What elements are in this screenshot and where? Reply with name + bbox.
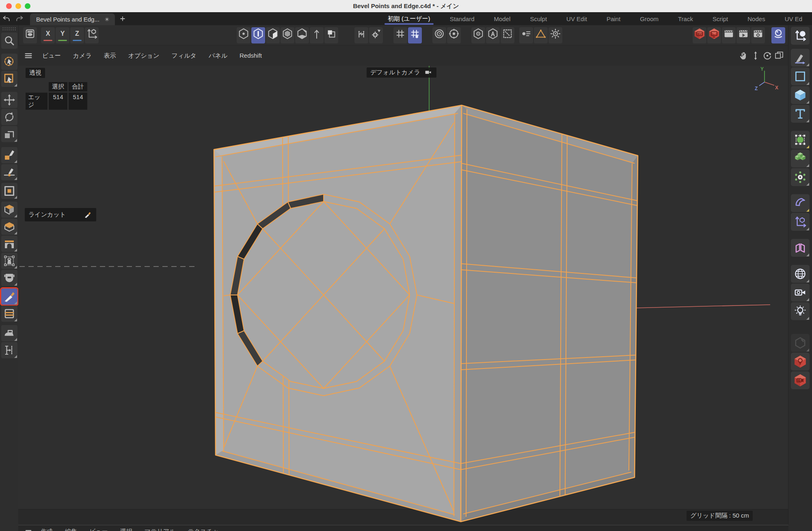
bevel-cube-mesh[interactable] bbox=[214, 105, 638, 522]
render-settings-button[interactable] bbox=[751, 27, 765, 43]
isolate-eye-button[interactable] bbox=[471, 27, 485, 43]
bottom-menu-material[interactable]: マテリアル bbox=[138, 528, 182, 531]
workplane-mode-button[interactable] bbox=[324, 27, 338, 43]
symmetry-button[interactable] bbox=[432, 27, 446, 43]
edge-cut-tool-button[interactable] bbox=[1, 342, 17, 358]
modeling-settings-button[interactable] bbox=[549, 27, 562, 43]
layout-tab-model[interactable]: Model bbox=[484, 12, 520, 25]
text-primitive-button[interactable] bbox=[791, 105, 810, 123]
model-mode-button[interactable] bbox=[281, 27, 294, 43]
undo-button[interactable] bbox=[0, 12, 13, 25]
spline-pen-button[interactable] bbox=[791, 49, 810, 67]
object-axis-button[interactable] bbox=[310, 27, 324, 43]
inner-extrude-button[interactable] bbox=[1, 183, 17, 199]
solo-mode-button[interactable] bbox=[23, 27, 37, 43]
bevel-tool-button[interactable] bbox=[1, 219, 17, 235]
bottom-menu-select[interactable]: 選択 bbox=[114, 528, 138, 531]
polygons-mode-button[interactable] bbox=[266, 27, 280, 43]
layout-tab-startup-user[interactable]: 初期 (ユーザー) bbox=[378, 12, 440, 25]
edge-pen-button[interactable] bbox=[1, 164, 17, 180]
sky-object-button[interactable] bbox=[791, 265, 810, 283]
weld-tool-button[interactable] bbox=[1, 270, 17, 286]
cube-primitive-button[interactable] bbox=[791, 86, 810, 104]
quantize-button[interactable] bbox=[393, 27, 407, 43]
material-pen-button[interactable] bbox=[791, 334, 810, 352]
edges-mode-button[interactable] bbox=[251, 27, 265, 43]
viewport-menu-options[interactable]: オプション bbox=[122, 52, 166, 60]
viewport-menu-filter[interactable]: フィルタ bbox=[166, 52, 203, 60]
viewport-menu-icon[interactable] bbox=[23, 50, 34, 61]
axis-modifier-button[interactable] bbox=[791, 213, 810, 231]
render-view-button[interactable] bbox=[722, 27, 736, 43]
bend-deformer-button[interactable] bbox=[791, 194, 810, 212]
z-axis-lock-button[interactable]: Z bbox=[70, 27, 84, 43]
loop-cut-tool-button[interactable] bbox=[1, 306, 17, 322]
quantize-settings-button[interactable] bbox=[408, 27, 422, 43]
redshift-camera-button[interactable] bbox=[791, 371, 810, 389]
light-object-button[interactable] bbox=[791, 302, 810, 320]
bottom-menu-edit[interactable]: 編集 bbox=[59, 528, 83, 531]
layout-tab-standard[interactable]: Standard bbox=[440, 12, 484, 25]
bottom-menu-view[interactable]: ビュー bbox=[83, 528, 114, 531]
scale-tool-button[interactable] bbox=[1, 126, 17, 142]
visibility-filter-button[interactable] bbox=[519, 27, 533, 43]
viewport[interactable]: Y X Z 透視 デフォルトカメラ 選択 合計 エッジ 514 514 ラインカ… bbox=[18, 66, 788, 525]
bottom-menu-texture[interactable]: テクスチャ bbox=[181, 528, 225, 531]
rectangle-spline-button[interactable] bbox=[791, 67, 810, 85]
rotate-tool-button[interactable] bbox=[1, 109, 17, 125]
document-tab[interactable]: Bevel Points and Edg... bbox=[30, 13, 115, 25]
volume-builder-button[interactable] bbox=[791, 150, 810, 167]
subdivision-surface-button[interactable] bbox=[791, 131, 810, 149]
layout-tab-uv-edit[interactable]: UV Edit bbox=[557, 12, 597, 25]
viewport-menu-redshift[interactable]: Redshift bbox=[233, 52, 268, 60]
line-cut-tool-button[interactable] bbox=[1, 288, 17, 305]
camera-label[interactable]: デフォルトカメラ bbox=[367, 67, 436, 78]
camera-object-button[interactable] bbox=[791, 284, 810, 301]
preview-orb-button[interactable] bbox=[771, 27, 785, 43]
redshift-renderview-button[interactable]: RV bbox=[693, 27, 706, 43]
zoom-tool-button[interactable] bbox=[1, 33, 17, 49]
points-mode-button[interactable] bbox=[237, 27, 251, 43]
axis-workplane-button[interactable] bbox=[85, 27, 99, 43]
viewport-menu-display[interactable]: 表示 bbox=[98, 52, 122, 60]
symmetry-settings-button[interactable] bbox=[447, 27, 461, 43]
layout-tab-paint[interactable]: Paint bbox=[597, 12, 630, 25]
move-tool-button[interactable] bbox=[1, 92, 17, 108]
render-to-picture-viewer-button[interactable] bbox=[736, 27, 750, 43]
layout-tab-track[interactable]: Track bbox=[668, 12, 703, 25]
new-tab-button[interactable] bbox=[115, 12, 130, 25]
x-axis-lock-button[interactable]: X bbox=[41, 27, 55, 43]
layout-tab-sculpt[interactable]: Sculpt bbox=[520, 12, 557, 25]
marquee-select-button[interactable] bbox=[501, 27, 514, 43]
polygon-pen-button[interactable] bbox=[1, 147, 17, 163]
redshift-ipr-button[interactable] bbox=[707, 27, 721, 43]
layout-tab-groom[interactable]: Groom bbox=[630, 12, 668, 25]
bottom-menu-create[interactable]: 作成 bbox=[35, 528, 59, 531]
iron-tool-button[interactable] bbox=[1, 325, 17, 341]
snap-settings-button[interactable] bbox=[369, 27, 383, 43]
layout-tab-nodes[interactable]: Nodes bbox=[738, 12, 775, 25]
zoom-view-button[interactable] bbox=[750, 50, 761, 61]
redshift-light-button[interactable] bbox=[791, 353, 810, 371]
coordinates-button[interactable] bbox=[791, 27, 810, 45]
live-selection-button[interactable] bbox=[1, 54, 17, 70]
effector-button[interactable] bbox=[791, 168, 810, 186]
enable-snap-button[interactable] bbox=[354, 27, 368, 43]
rectangle-selection-button[interactable] bbox=[1, 71, 17, 87]
view-mode-label[interactable]: 透視 bbox=[26, 68, 45, 78]
y-axis-lock-button[interactable]: Y bbox=[56, 27, 69, 43]
viewport-menu-view[interactable]: ビュー bbox=[36, 52, 67, 60]
viewport-menu-camera[interactable]: カメラ bbox=[67, 52, 98, 60]
pan-view-button[interactable] bbox=[739, 50, 749, 61]
annotate-button[interactable] bbox=[486, 27, 500, 43]
bridge-tool-button[interactable] bbox=[1, 236, 17, 252]
layout-tab-script[interactable]: Script bbox=[703, 12, 738, 25]
weight-tool-button[interactable] bbox=[1, 253, 17, 269]
toggle-views-button[interactable] bbox=[774, 50, 784, 61]
texture-mode-button[interactable] bbox=[295, 27, 309, 43]
redo-button[interactable] bbox=[13, 12, 26, 25]
viewport-menu-panel[interactable]: パネル bbox=[203, 52, 233, 60]
palette-drag-handle[interactable] bbox=[2, 27, 17, 31]
ngon-triangle-button[interactable] bbox=[534, 27, 548, 43]
rotate-view-button[interactable] bbox=[762, 50, 773, 61]
